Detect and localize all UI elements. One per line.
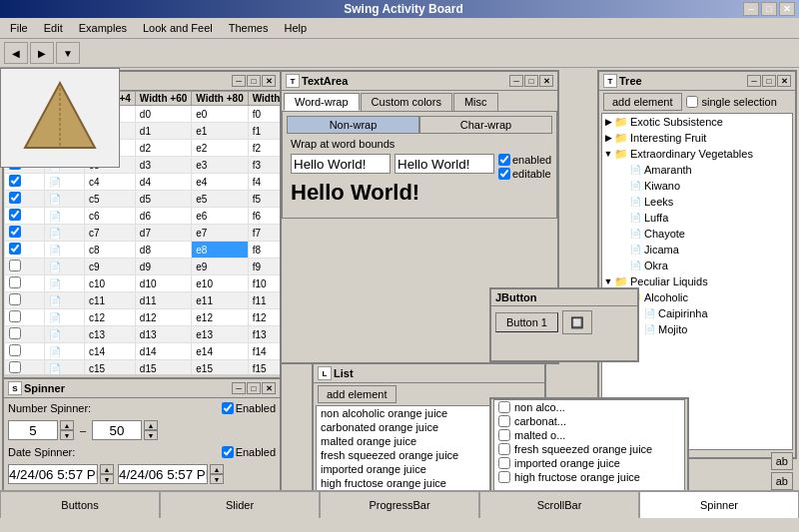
list2-item[interactable]: high fructose orange juice — [494, 470, 684, 484]
textarea-maximize-btn[interactable]: □ — [524, 75, 538, 87]
table-row[interactable]: 📄c9d9e9f9g9 — [5, 259, 281, 275]
list2-item[interactable]: imported orange juice — [494, 456, 684, 470]
list2-item[interactable]: non alco... — [494, 400, 684, 414]
date-input-1[interactable]: 4/24/06 5:57 PM — [8, 464, 98, 484]
textarea-minimize-btn[interactable]: ─ — [509, 75, 523, 87]
tree-add-button[interactable]: add element — [603, 93, 682, 111]
tree-maximize-btn[interactable]: □ — [762, 75, 776, 87]
menu-themes[interactable]: Themes — [223, 20, 275, 36]
textarea-input-2[interactable] — [395, 154, 494, 174]
table-row[interactable]: 📄c4d4e4f4 — [5, 174, 281, 191]
tab-slider[interactable]: Slider — [160, 491, 320, 518]
table-row[interactable]: 📄c12d12e12f12g12 — [5, 309, 281, 326]
tree-item[interactable]: ▼📁Extraordinary Vegetables — [602, 146, 792, 162]
tree-item[interactable]: ▶📁Interesting Fruit — [602, 130, 792, 146]
tab-misc[interactable]: Misc — [453, 93, 498, 111]
list2-item[interactable]: carbonat... — [494, 414, 684, 428]
list2-panel: non alco...carbonat...malted o...fresh s… — [489, 397, 689, 490]
editable-label: editable — [512, 168, 551, 180]
tree-item[interactable]: 📄Luffa — [602, 210, 792, 226]
table-row[interactable]: 📄c7d7e7f7 — [5, 225, 281, 242]
list-add-button[interactable]: add element — [318, 385, 397, 403]
spin-up-1[interactable]: ▲ — [60, 420, 74, 430]
tree-ab-button-1[interactable]: ab — [771, 452, 793, 470]
single-selection-checkbox[interactable] — [686, 96, 698, 108]
number-enabled-checkbox[interactable] — [222, 402, 234, 414]
editable-checkbox-row: editable — [498, 168, 551, 180]
list2-container[interactable]: non alco...carbonat...malted o...fresh s… — [493, 399, 685, 490]
down-button[interactable]: ▼ — [56, 42, 80, 64]
menu-examples[interactable]: Examples — [73, 20, 133, 36]
minimize-button[interactable]: ─ — [743, 2, 759, 16]
tab-custom-colors[interactable]: Custom colors — [361, 93, 452, 111]
tree-item[interactable]: ▶📁Exotic Subsistence — [602, 114, 792, 130]
tree-item[interactable]: 📄Jicama — [602, 242, 792, 258]
spinner-minimize-btn[interactable]: ─ — [232, 382, 246, 394]
tab-word-wrap[interactable]: Word-wrap — [284, 93, 360, 111]
tree-item[interactable]: 📄Okra — [602, 258, 792, 273]
table-close-btn[interactable]: ✕ — [262, 75, 276, 87]
date-spin-down-2[interactable]: ▼ — [210, 474, 224, 484]
spinner-range-1: 5 ▲ ▼ — [8, 420, 74, 440]
enabled-checkbox[interactable] — [498, 154, 510, 166]
spinner-input-1[interactable]: 5 — [8, 420, 58, 440]
menu-edit[interactable]: Edit — [38, 20, 69, 36]
demo-button-1[interactable]: Button 1 — [495, 312, 558, 332]
tree-item[interactable]: 📄Amaranth — [602, 162, 792, 178]
date-spin-up-1[interactable]: ▲ — [100, 464, 114, 474]
textarea-tab-content: Non-wrap Char-wrap Wrap at word bounds H… — [282, 111, 557, 219]
textarea-tabs: Word-wrap Custom colors Misc — [282, 91, 557, 111]
table-row[interactable]: 📄c14d14e14f14g14 — [5, 343, 281, 360]
close-button[interactable]: ✕ — [779, 2, 795, 16]
menu-help[interactable]: Help — [278, 20, 313, 36]
textarea-close-btn[interactable]: ✕ — [539, 75, 553, 87]
table-row[interactable]: 📄c8d8e8f8g8 — [5, 242, 281, 259]
tree-item[interactable]: 📄Chayote — [602, 226, 792, 242]
maximize-button[interactable]: □ — [761, 2, 777, 16]
forward-button[interactable]: ▶ — [30, 42, 54, 64]
number-enabled-check: Enabled — [222, 402, 276, 414]
tab-progressbar[interactable]: ProgressBar — [320, 491, 479, 518]
table-row[interactable]: 📄c10d10e10f10g10 — [5, 275, 281, 292]
editable-checkbox[interactable] — [498, 168, 510, 180]
date-input-2[interactable]: 4/24/06 5:57 PM — [118, 464, 208, 484]
date-enabled-check: Enabled — [222, 446, 276, 458]
tab-scrollbar[interactable]: ScrollBar — [479, 491, 639, 518]
textarea-input-1[interactable] — [291, 154, 391, 174]
tree-item[interactable]: 📄Leeks — [602, 194, 792, 210]
subtab-non-wrap[interactable]: Non-wrap — [287, 116, 419, 134]
tree-item[interactable]: 📄Kiwano — [602, 178, 792, 194]
table-row[interactable]: 📄c11d11e11f11g11 — [5, 292, 281, 309]
spinner-range-2: ▲ ▼ — [92, 420, 158, 440]
jbutton-title-bar: JButton — [491, 289, 637, 306]
list2-item[interactable]: fresh squeezed orange juice — [494, 442, 684, 456]
table-row[interactable]: 📄c6d6e6f6 — [5, 208, 281, 225]
spinner-close-btn[interactable]: ✕ — [262, 382, 276, 394]
tab-spinner[interactable]: Spinner — [639, 491, 799, 518]
tree-minimize-btn[interactable]: ─ — [747, 75, 761, 87]
spinner-body: Number Spinner: Enabled 5 ▲ ▼ – — [4, 398, 280, 490]
menu-file[interactable]: File — [4, 20, 34, 36]
date-spin-down-1[interactable]: ▼ — [100, 474, 114, 484]
tab-buttons[interactable]: Buttons — [0, 491, 160, 518]
spinner-maximize-btn[interactable]: □ — [247, 382, 261, 394]
spinner-input-2[interactable] — [92, 420, 142, 440]
spin-down-1[interactable]: ▼ — [60, 430, 74, 440]
table-row[interactable]: 📄c13d13e13f13g13 — [5, 326, 281, 343]
date-spin-up-2[interactable]: ▲ — [210, 464, 224, 474]
subtab-char-wrap[interactable]: Char-wrap — [419, 116, 552, 134]
table-minimize-btn[interactable]: ─ — [232, 75, 246, 87]
table-maximize-btn[interactable]: □ — [247, 75, 261, 87]
table-row[interactable]: 📄c5d5e5f5 — [5, 191, 281, 208]
wrap-label: Wrap at word bounds — [291, 138, 548, 150]
spin-down-2[interactable]: ▼ — [144, 430, 158, 440]
menu-look-feel[interactable]: Look and Feel — [137, 20, 219, 36]
table-row[interactable]: 📄c15d15e15f15g15 — [5, 360, 281, 375]
date-enabled-checkbox[interactable] — [222, 446, 234, 458]
textarea-panel-title-bar: T TextArea ─ □ ✕ — [282, 72, 557, 91]
back-button[interactable]: ◀ — [4, 42, 28, 64]
tree-close-btn[interactable]: ✕ — [777, 75, 791, 87]
list2-item[interactable]: malted o... — [494, 428, 684, 442]
spin-up-2[interactable]: ▲ — [144, 420, 158, 430]
tree-ab-button-2[interactable]: ab — [771, 472, 793, 490]
